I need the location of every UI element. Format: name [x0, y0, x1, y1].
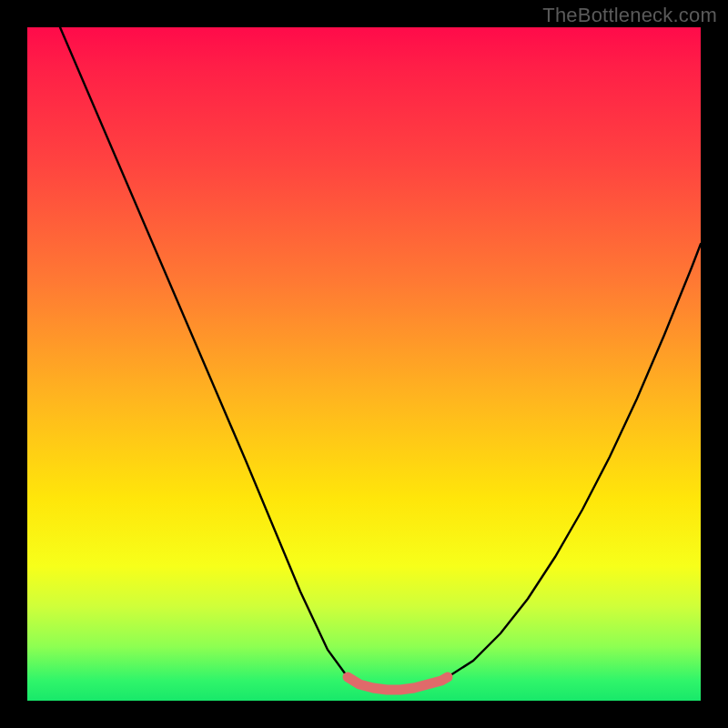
- chart-frame: TheBottleneck.com: [0, 0, 728, 728]
- watermark-text: TheBottleneck.com: [542, 4, 717, 27]
- curve-left: [60, 27, 348, 677]
- chart-svg: [27, 27, 701, 701]
- plateau-curve: [348, 677, 448, 690]
- chart-plot-area: [27, 27, 701, 701]
- curve-right: [448, 244, 701, 677]
